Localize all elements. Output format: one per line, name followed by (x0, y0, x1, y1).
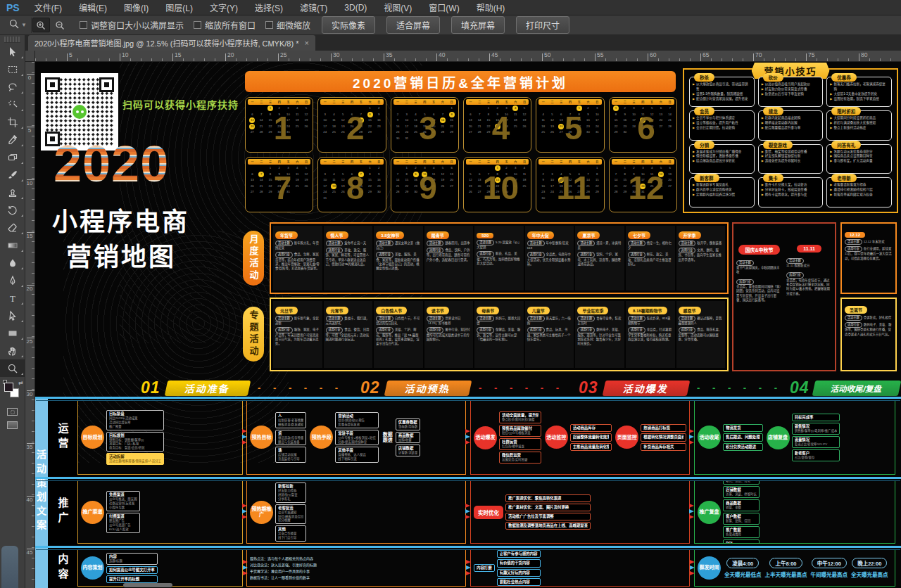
day-cell: 21 (566, 124, 575, 130)
zoom-in-button[interactable] (32, 18, 50, 32)
calendar-weekdays: 一二三四五六日 (248, 159, 310, 165)
eyedrop-tool[interactable] (0, 131, 25, 148)
flow-arrows-icon (689, 429, 694, 445)
panel-grip[interactable] (4, 37, 20, 43)
quick-mask-button[interactable] (7, 408, 18, 416)
day-cell: 24 (548, 189, 557, 196)
day-cell: 30 (393, 136, 403, 142)
move-tool[interactable] (0, 43, 25, 60)
close-icon[interactable]: × (304, 39, 308, 47)
checkbox-icon[interactable] (194, 21, 201, 29)
day-cell: 3 (284, 106, 293, 112)
checkbox-调整窗口大小以满屏显示[interactable]: 调整窗口大小以满屏显示 (80, 19, 184, 31)
day-cell: 3 (284, 165, 293, 172)
checkbox-细微缩放[interactable]: 细微缩放 (265, 19, 310, 31)
ruler-tick (32, 452, 34, 453)
menu-编辑[interactable]: 编辑(E) (70, 0, 115, 15)
ruler-tick (32, 262, 34, 263)
button-打印尺寸[interactable]: 打印尺寸 (516, 16, 569, 34)
gradient-tool[interactable] (0, 236, 25, 254)
shape-tool[interactable] (0, 324, 25, 342)
menu-图层[interactable]: 图层(L) (157, 0, 201, 15)
day-cell: 26 (339, 189, 348, 196)
day-cell: 26 (520, 124, 529, 130)
activity-theme: 活动主题世界读书日「4.23」好书推荐 (427, 316, 472, 326)
blur-tool[interactable] (0, 254, 25, 271)
day-cell: 30 (374, 189, 384, 196)
zoom-tool-preset[interactable]: ▼ (4, 18, 32, 33)
patch-tool[interactable] (0, 148, 25, 166)
menu-滤镜[interactable]: 滤镜(T) (291, 0, 336, 15)
side-card-圣诞节: 圣诞节活动主题圣诞狂欢，好礼相伴适用行业数码电子、美妆、服饰等，围绕圣诞礼物进行… (840, 298, 897, 371)
menu-3D[interactable]: 3D(D) (336, 0, 375, 15)
wand-tool[interactable] (0, 96, 25, 113)
screen-mode-button[interactable] (7, 421, 18, 429)
weekday: 五 (286, 160, 289, 164)
checkbox-缩放所有窗口[interactable]: 缩放所有窗口 (194, 19, 256, 31)
day-cell: 17 (638, 177, 648, 184)
lasso-tool[interactable] (0, 78, 25, 96)
type-tool[interactable]: T (0, 289, 25, 307)
day-cell: 19 (339, 124, 348, 130)
foreground-color-swatch[interactable] (4, 383, 13, 392)
empty-day (257, 106, 266, 112)
calendar-month-8: 一二三四五六日123456789101112131415161718192021… (317, 157, 386, 212)
swap-colors-icon[interactable]: ⇄ (18, 380, 23, 386)
crop-tool[interactable] (0, 113, 25, 131)
day-cell: 9 (275, 172, 284, 178)
day-cell: 16 (584, 117, 593, 124)
history-tool[interactable] (0, 201, 25, 219)
pen-tool[interactable] (0, 271, 25, 289)
document-canvas[interactable]: 扫码可以获得小程序扶持2020小程序电商营销地图2020营销日历&全年营销计划一… (35, 62, 901, 588)
hand-tool[interactable] (0, 342, 25, 359)
button-填充屏幕[interactable]: 填充屏幕 (451, 16, 505, 34)
ruler-tick (648, 53, 648, 61)
menu-帮助[interactable]: 帮助(H) (468, 0, 514, 15)
zoom-out-button[interactable] (51, 18, 69, 32)
select-tool[interactable] (0, 307, 25, 324)
stamp-tool[interactable] (0, 184, 25, 201)
ruler-tick (817, 58, 817, 61)
tip-bullet: ▶设置短有效期，制造下单紧迫感 (830, 97, 888, 102)
button-适合屏幕[interactable]: 适合屏幕 (386, 16, 440, 34)
document-tab[interactable]: 2020小程序电商营销地图.jpg @ 12.5% (扫码可以获得小程序扶持, … (28, 35, 315, 51)
day-cell: 27 (248, 189, 257, 196)
menu-视图[interactable]: 视图(V) (375, 0, 420, 15)
activity-theme: 活动主题狂欢炸夏，818暑期购物节 (628, 316, 673, 326)
zoom-tool[interactable] (0, 359, 25, 377)
vertical-ruler[interactable]: 051015202530354045 (25, 62, 35, 588)
day-cell: 19 (466, 184, 475, 190)
day-cell: 10 (638, 172, 648, 178)
menu-文字[interactable]: 文字(Y) (201, 0, 246, 15)
brush-tool[interactable] (0, 166, 25, 184)
day-cell: 4 (538, 112, 548, 118)
mind-box-line: 积分唤醒 (278, 518, 303, 523)
activity-theme: 活动主题情定一生，相约七夕 (628, 241, 673, 250)
ruler-tick (32, 157, 34, 158)
day-cell: 18 (640, 117, 645, 123)
checkbox-icon[interactable] (265, 21, 273, 29)
eraser-tool[interactable] (0, 219, 25, 236)
ruler-tick (151, 58, 152, 61)
button-实际像素[interactable]: 实际像素 (322, 16, 375, 34)
arrow (243, 571, 248, 575)
day-cell: 3 (629, 106, 638, 112)
day-cell: 10 (629, 112, 638, 118)
day-cell: 15 (574, 117, 584, 124)
menu-窗口[interactable]: 窗口(W) (420, 0, 467, 15)
checkbox-icon[interactable] (80, 21, 87, 29)
menu-选择[interactable]: 选择(S) (246, 0, 291, 15)
marquee-tool[interactable] (0, 60, 25, 78)
mind-circle-label: 目标规划 (81, 426, 104, 449)
horizontal-ruler[interactable]: 5101520253035404550556065707580 (35, 51, 901, 62)
day-cell: 27 (475, 189, 484, 196)
ruler-tick (605, 58, 606, 61)
ruler-label: 40 (439, 51, 445, 58)
horizontal-scrollbar[interactable] (123, 583, 172, 587)
tip-bullet: ▶定期群内福利培养活跃习惯 (693, 193, 751, 198)
menu-文件[interactable]: 文件(F) (26, 0, 70, 15)
ruler-tick (32, 188, 34, 189)
color-swatches[interactable]: ⇄ (0, 380, 25, 404)
menu-图像[interactable]: 图像(I) (115, 0, 157, 15)
day-cell: 21 (612, 184, 621, 190)
